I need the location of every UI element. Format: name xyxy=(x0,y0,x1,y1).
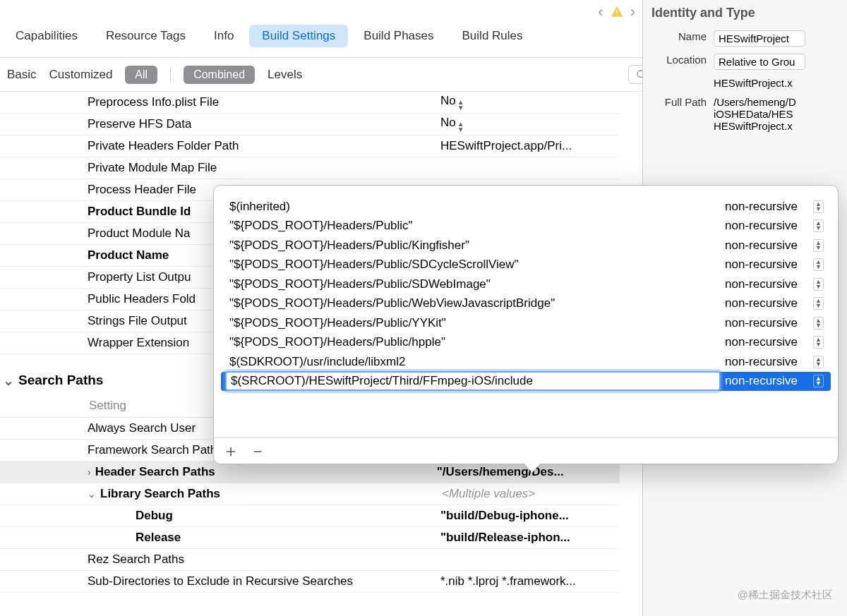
path-edit-input[interactable] xyxy=(225,371,721,391)
path-text: "${PODS_ROOT}/Headers/Public/hpple" xyxy=(221,335,725,349)
table-row[interactable]: Preserve HFS DataNo▲▼ xyxy=(0,114,620,135)
recurse-value: non-recursive xyxy=(725,200,798,214)
inspector-label: Full Path xyxy=(651,96,707,108)
setting-label: Sub-Directories to Exclude in Recursive … xyxy=(88,574,440,588)
recurse-select[interactable]: non-recursive▲▼ xyxy=(725,238,831,253)
table-row[interactable]: Debug"build/Debug-iphone... xyxy=(0,505,620,527)
table-row[interactable]: Sub-Directories to Exclude in Recursive … xyxy=(0,571,620,593)
inspector-row-location: Location Relative to Grou xyxy=(651,54,839,70)
stepper-icon[interactable]: ▲▼ xyxy=(813,356,824,368)
table-row[interactable]: Preprocess Info.plist FileNo▲▼ xyxy=(0,92,620,114)
popup-row[interactable]: "${PODS_ROOT}/Headers/Public/hpple"non-r… xyxy=(221,333,831,353)
setting-label: Debug xyxy=(136,509,440,523)
recurse-select[interactable]: non-recursive▲▼ xyxy=(725,355,831,369)
popup-row[interactable]: "${PODS_ROOT}/Headers/Public/WebViewJava… xyxy=(221,294,831,314)
popup-row[interactable]: "${PODS_ROOT}/Headers/Public/YYKit"non-r… xyxy=(221,313,831,333)
setting-value[interactable]: No▲▼ xyxy=(440,94,620,111)
setting-label: Private Module Map File xyxy=(88,161,440,175)
setting-label: Preserve HFS Data xyxy=(88,117,440,131)
table-row[interactable]: Release"build/Release-iphon... xyxy=(0,527,620,549)
popup-row[interactable]: "${PODS_ROOT}/Headers/Public"non-recursi… xyxy=(221,217,831,236)
stepper-icon[interactable]: ▲▼ xyxy=(813,239,824,252)
warning-icon[interactable] xyxy=(609,5,625,19)
stepper-icon[interactable]: ▲▼ xyxy=(813,219,824,232)
table-row[interactable]: Private Module Map File xyxy=(0,157,620,179)
recurse-value: non-recursive xyxy=(725,258,798,272)
tab-build-settings[interactable]: Build Settings xyxy=(249,25,348,47)
setting-label: Private Headers Folder Path xyxy=(88,139,440,153)
path-text: "${PODS_ROOT}/Headers/Public" xyxy=(221,219,725,233)
recurse-value: non-recursive xyxy=(725,355,798,369)
filter-all[interactable]: All xyxy=(125,66,157,84)
inspector-title: Identity and Type xyxy=(651,6,839,20)
section-title: Search Paths xyxy=(18,373,103,388)
table-row[interactable]: Rez Search Paths xyxy=(0,549,620,571)
chevron-down-icon[interactable]: ⌄ xyxy=(88,488,96,500)
popup-footer: ＋ － xyxy=(214,437,838,464)
path-text: $(SDKROOT)/usr/include/libxml2 xyxy=(221,355,725,369)
svg-rect-0 xyxy=(616,10,618,13)
back-arrow-icon[interactable]: ‹ xyxy=(598,3,603,21)
popup-row[interactable]: $(SDKROOT)/usr/include/libxml2non-recurs… xyxy=(221,352,831,372)
remove-button[interactable]: － xyxy=(249,444,266,458)
stepper-icon[interactable]: ▲▼ xyxy=(457,99,464,111)
filter-combined[interactable]: Combined xyxy=(184,66,255,84)
location-field[interactable]: Relative to Grou xyxy=(714,54,805,70)
stepper-icon[interactable]: ▲▼ xyxy=(813,258,824,271)
stepper-icon[interactable]: ▲▼ xyxy=(813,336,824,349)
filter-customized[interactable]: Customized xyxy=(49,68,113,82)
add-button[interactable]: ＋ xyxy=(222,444,239,458)
popup-row[interactable]: "${PODS_ROOT}/Headers/Public/SDWebImage"… xyxy=(221,274,831,294)
recurse-value: non-recursive xyxy=(725,277,798,291)
tab-resource-tags[interactable]: Resource Tags xyxy=(93,25,198,47)
search-paths-popup: $(inherited)non-recursive▲▼"${PODS_ROOT}… xyxy=(213,185,839,464)
recurse-select[interactable]: non-recursive▲▼ xyxy=(725,200,831,214)
recurse-select[interactable]: non-recursive▲▼ xyxy=(725,258,831,272)
stepper-icon[interactable]: ▲▼ xyxy=(813,278,824,291)
setting-value[interactable]: "build/Release-iphon... xyxy=(440,531,620,545)
filter-levels[interactable]: Levels xyxy=(268,68,302,82)
tab-info[interactable]: Info xyxy=(201,25,246,47)
svg-rect-1 xyxy=(616,14,618,16)
history-nav: ‹ › xyxy=(591,0,642,24)
name-field[interactable]: HESwiftProject xyxy=(714,30,805,47)
recurse-select[interactable]: non-recursive▲▼ xyxy=(725,335,831,349)
tab-build-phases[interactable]: Build Phases xyxy=(351,25,446,47)
tab-build-rules[interactable]: Build Rules xyxy=(450,25,536,47)
tab-capabilities[interactable]: Capabilities xyxy=(3,25,90,47)
recurse-select[interactable]: non-recursive▲▼ xyxy=(725,374,831,388)
recurse-value: non-recursive xyxy=(725,238,798,253)
setting-value[interactable]: "build/Debug-iphone... xyxy=(440,509,620,523)
setting-value[interactable]: *.nib *.lproj *.framework... xyxy=(440,574,620,588)
inspector-row-name: Name HESwiftProject xyxy=(651,30,839,47)
chevron-right-icon[interactable]: › xyxy=(88,466,91,478)
recurse-select[interactable]: non-recursive▲▼ xyxy=(725,316,831,330)
setting-value[interactable]: HESwiftProject.app/Pri... xyxy=(440,139,620,153)
path-text: "${PODS_ROOT}/Headers/Public/SDCycleScro… xyxy=(221,258,725,272)
stepper-icon[interactable]: ▲▼ xyxy=(813,375,824,387)
filter-basic[interactable]: Basic xyxy=(7,68,37,82)
popup-row[interactable]: "${PODS_ROOT}/Headers/Public/Kingfisher"… xyxy=(221,236,831,255)
popup-row[interactable]: non-recursive▲▼ xyxy=(221,372,831,392)
stepper-icon[interactable]: ▲▼ xyxy=(813,317,824,330)
recurse-select[interactable]: non-recursive▲▼ xyxy=(725,277,831,291)
forward-arrow-icon[interactable]: › xyxy=(630,3,635,21)
popup-row[interactable]: $(inherited)non-recursive▲▼ xyxy=(221,197,831,217)
stepper-icon[interactable]: ▲▼ xyxy=(813,297,824,310)
recurse-value: non-recursive xyxy=(725,335,798,349)
table-row[interactable]: Private Headers Folder PathHESwiftProjec… xyxy=(0,135,620,157)
popup-list[interactable]: $(inherited)non-recursive▲▼"${PODS_ROOT}… xyxy=(214,186,838,437)
stepper-icon[interactable]: ▲▼ xyxy=(457,121,464,133)
path-text: "${PODS_ROOT}/Headers/Public/WebViewJava… xyxy=(221,296,725,310)
recurse-select[interactable]: non-recursive▲▼ xyxy=(725,296,831,310)
setting-value[interactable]: <Multiple values> xyxy=(442,487,620,501)
setting-label: Preprocess Info.plist File xyxy=(88,95,440,109)
stepper-icon[interactable]: ▲▼ xyxy=(813,200,824,213)
table-row-library-search-paths[interactable]: ⌄Library Search Paths<Multiple values> xyxy=(0,483,620,505)
recurse-value: non-recursive xyxy=(725,219,798,233)
setting-label: Library Search Paths xyxy=(100,487,442,501)
recurse-select[interactable]: non-recursive▲▼ xyxy=(725,219,831,233)
setting-value[interactable]: No▲▼ xyxy=(440,116,620,133)
popup-row[interactable]: "${PODS_ROOT}/Headers/Public/SDCycleScro… xyxy=(221,255,831,275)
recurse-value: non-recursive xyxy=(725,296,798,310)
